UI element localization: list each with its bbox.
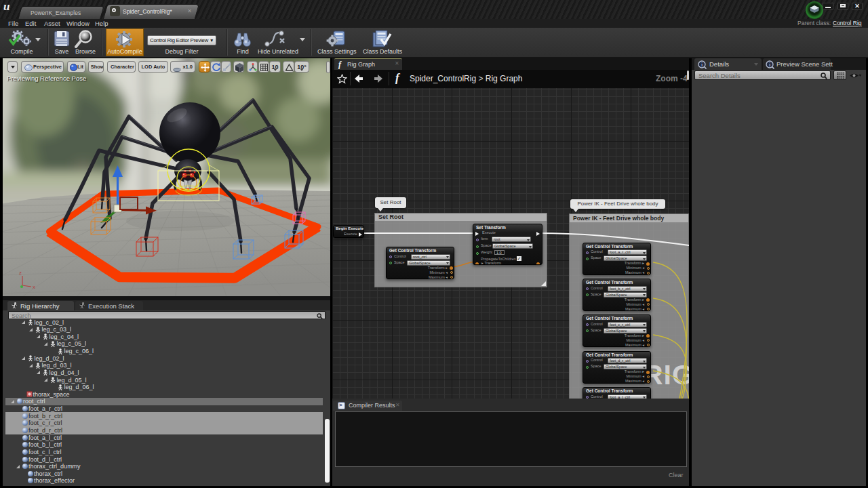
svg-text:z: z <box>19 270 22 276</box>
svg-text:x: x <box>33 284 35 290</box>
